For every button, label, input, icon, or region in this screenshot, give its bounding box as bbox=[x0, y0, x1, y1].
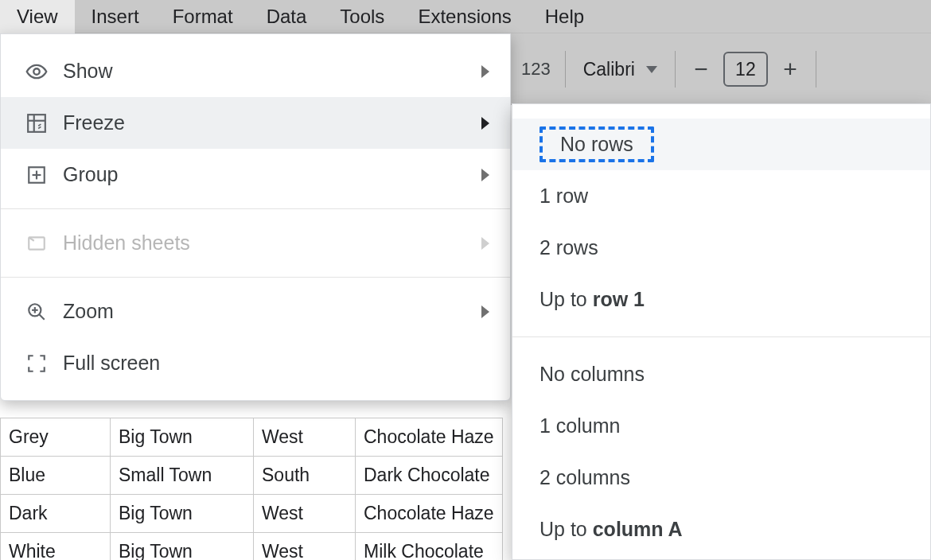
submenu-item-2-rows[interactable]: 2 rows bbox=[512, 222, 930, 274]
cell[interactable]: Grey bbox=[1, 418, 111, 457]
submenu-item-label: No columns bbox=[540, 363, 645, 386]
font-family-label: Calibri bbox=[583, 59, 635, 80]
svg-line-9 bbox=[39, 314, 45, 320]
fullscreen-icon bbox=[25, 352, 49, 375]
menu-item-label: Freeze bbox=[63, 111, 125, 134]
submenu-item-label: 1 column bbox=[540, 414, 620, 438]
menu-item-label: Show bbox=[63, 60, 113, 83]
menu-item-full-screen[interactable]: Full screen bbox=[1, 337, 510, 389]
table-row[interactable]: Dark Big Town West Chocolate Haze bbox=[1, 495, 503, 533]
plus-box-icon bbox=[25, 163, 49, 187]
chevron-right-icon bbox=[481, 65, 489, 78]
cell[interactable]: Dark Chocolate bbox=[356, 457, 503, 495]
submenu-item-label: 2 rows bbox=[540, 236, 598, 259]
chevron-down-icon bbox=[646, 66, 657, 73]
submenu-item-1-column[interactable]: 1 column bbox=[512, 400, 930, 452]
cell[interactable]: West bbox=[254, 533, 356, 561]
cell[interactable]: White bbox=[1, 533, 111, 561]
menu-item-show[interactable]: Show bbox=[1, 45, 510, 97]
cell[interactable]: Dark bbox=[1, 495, 111, 533]
menu-divider bbox=[1, 208, 510, 209]
submenu-item-label: 1 row bbox=[540, 185, 588, 208]
menu-item-label: Group bbox=[63, 163, 118, 186]
selection-highlight: No rows bbox=[540, 126, 654, 162]
menu-item-group[interactable]: Group bbox=[1, 149, 510, 200]
cell[interactable]: Blue bbox=[1, 457, 111, 495]
svg-point-0 bbox=[33, 68, 39, 74]
menu-view[interactable]: View bbox=[0, 0, 75, 34]
cell[interactable]: Small Town bbox=[111, 457, 254, 495]
font-size-increase-button[interactable]: + bbox=[776, 55, 804, 84]
menu-item-zoom[interactable]: Zoom bbox=[1, 286, 510, 337]
submenu-item-label: Up to column A bbox=[540, 518, 683, 541]
submenu-item-label: No rows bbox=[560, 133, 633, 155]
menu-insert[interactable]: Insert bbox=[75, 0, 156, 34]
menu-item-label: Hidden sheets bbox=[63, 231, 190, 255]
chevron-right-icon bbox=[481, 117, 489, 130]
submenu-item-2-columns[interactable]: 2 columns bbox=[512, 452, 930, 504]
freeze-icon bbox=[25, 111, 49, 135]
toolbar-separator bbox=[675, 51, 676, 88]
menu-data[interactable]: Data bbox=[250, 0, 324, 34]
toolbar-separator bbox=[816, 51, 816, 88]
table-row[interactable]: Grey Big Town West Chocolate Haze bbox=[1, 418, 503, 457]
font-size-input[interactable]: 12 bbox=[723, 52, 768, 87]
chevron-right-icon bbox=[481, 237, 489, 250]
cell[interactable]: West bbox=[254, 495, 356, 533]
cell[interactable]: Big Town bbox=[111, 495, 254, 533]
zoom-icon bbox=[25, 300, 49, 324]
submenu-item-label: 2 columns bbox=[540, 466, 630, 489]
menu-tools[interactable]: Tools bbox=[323, 0, 401, 34]
cell[interactable]: Chocolate Haze bbox=[356, 418, 503, 457]
font-family-picker[interactable]: Calibri bbox=[571, 59, 670, 80]
svg-rect-1 bbox=[28, 115, 45, 132]
table-row[interactable]: Blue Small Town South Dark Chocolate bbox=[1, 457, 503, 495]
menu-help[interactable]: Help bbox=[528, 0, 601, 34]
cell[interactable]: Big Town bbox=[111, 418, 254, 457]
table-row[interactable]: White Big Town West Milk Chocolate bbox=[1, 533, 503, 561]
menu-item-label: Zoom bbox=[63, 300, 114, 323]
menu-extensions[interactable]: Extensions bbox=[401, 0, 528, 34]
number-format-button[interactable]: 123 bbox=[512, 59, 560, 80]
submenu-item-1-row[interactable]: 1 row bbox=[512, 170, 930, 222]
submenu-item-no-rows[interactable]: No rows bbox=[512, 119, 930, 170]
menu-item-hidden-sheets: Hidden sheets bbox=[1, 217, 510, 269]
cell[interactable]: West bbox=[254, 418, 356, 457]
submenu-item-no-columns[interactable]: No columns bbox=[512, 348, 930, 400]
menubar: View Insert Format Data Tools Extensions… bbox=[0, 0, 931, 33]
cell[interactable]: South bbox=[254, 457, 356, 495]
submenu-item-up-to-row[interactable]: Up to row 1 bbox=[512, 274, 930, 325]
cell[interactable]: Big Town bbox=[111, 533, 254, 561]
freeze-submenu: No rows 1 row 2 rows Up to row 1 No colu… bbox=[512, 103, 931, 560]
menu-item-label: Full screen bbox=[63, 352, 160, 375]
submenu-item-up-to-column[interactable]: Up to column A bbox=[512, 504, 930, 555]
chevron-right-icon bbox=[481, 305, 489, 318]
submenu-item-label: Up to row 1 bbox=[540, 288, 645, 311]
font-size-decrease-button[interactable]: − bbox=[687, 55, 715, 84]
menu-format[interactable]: Format bbox=[156, 0, 250, 34]
sheet-icon bbox=[25, 231, 49, 255]
cell[interactable]: Milk Chocolate bbox=[356, 533, 503, 561]
menu-item-freeze[interactable]: Freeze bbox=[1, 97, 510, 149]
eye-icon bbox=[25, 60, 49, 84]
cell[interactable]: Chocolate Haze bbox=[356, 495, 503, 533]
menu-divider bbox=[512, 336, 930, 337]
menu-divider bbox=[1, 277, 510, 278]
chevron-right-icon bbox=[481, 169, 489, 181]
toolbar-separator bbox=[565, 51, 566, 88]
view-dropdown: Show Freeze Group Hidden sheets Zoom bbox=[0, 33, 511, 401]
